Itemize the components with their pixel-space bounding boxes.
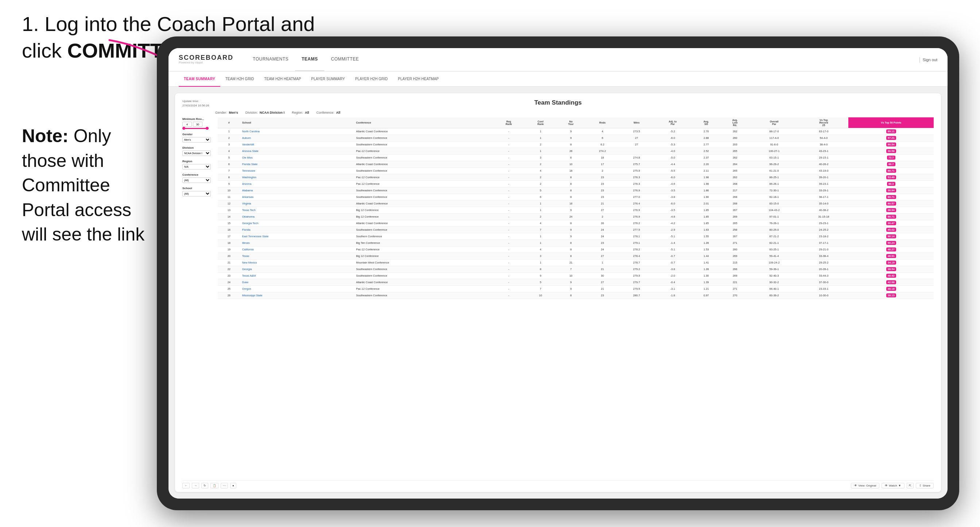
cell-school: Florida State	[240, 161, 355, 168]
nav-item-tournaments[interactable]: TOURNAMENTS	[246, 48, 295, 71]
cell-no-tour: 8	[557, 187, 585, 194]
nav-item-teams[interactable]: TEAMS	[295, 48, 325, 71]
cell-rank: 21	[218, 259, 240, 266]
cell-reg-rank: -	[493, 207, 525, 214]
watch-icon: 👁	[885, 484, 888, 487]
cell-wins: 277.5	[619, 227, 653, 233]
cell-wins: 278.7	[619, 259, 653, 266]
cell-school: Vanderbilt	[240, 141, 355, 148]
cell-conf-rank: 9	[525, 273, 556, 279]
table-row: 1 North Carolina Atlantic Coast Conferen…	[218, 128, 934, 135]
cell-conference: Pac-12 Conference	[354, 286, 493, 292]
cell-rank: 22	[218, 266, 240, 273]
cell-conf-rank: 3	[525, 253, 556, 259]
min-input[interactable]	[182, 122, 192, 127]
cell-conference: Atlantic Coast Conference	[354, 279, 493, 286]
cell-overall: 117-4-0	[749, 135, 799, 141]
toolbar-undo[interactable]: ←	[182, 483, 190, 488]
cell-low-rd: 203	[721, 141, 749, 148]
cell-low-rd: 267	[721, 233, 749, 240]
col-vs-top-25: Vs TopRecord25	[799, 117, 849, 128]
school-select[interactable]: (All)	[182, 191, 211, 197]
cell-adj-score: -0.4	[654, 279, 692, 286]
toolbar-share-btn[interactable]: ⇧ Share	[916, 483, 934, 488]
cell-vs-top-25: 29-23-1	[799, 220, 849, 227]
cell-conf-rank: 1	[525, 200, 556, 207]
sub-nav-item-team-summary[interactable]: TEAM SUMMARY	[179, 71, 220, 87]
toolbar-copy[interactable]: 📋	[210, 483, 218, 488]
cell-vs-top-25: 29-15-1	[799, 154, 849, 161]
cell-wins: 276.9	[619, 207, 653, 214]
page-container: 1. Log into the Coach Portal and click C…	[0, 0, 980, 527]
cell-vs-top-50: 90.24	[848, 240, 934, 246]
cell-reg-rank: -	[493, 168, 525, 174]
cell-low-rd: 269	[721, 253, 749, 259]
toolbar-watch-btn[interactable]: 👁 Watch ▼	[881, 483, 904, 488]
watch-chevron: ▼	[898, 484, 901, 487]
cell-adj-score: -4.0	[654, 148, 692, 154]
sub-nav-item-player-h2h-heatmap[interactable]: PLAYER H2H HEATMAP	[393, 71, 444, 87]
logo-powered: Powered by clippd	[179, 61, 234, 65]
table-row: 8 Washington Pac-12 Conference - 2 8 23 …	[218, 174, 934, 181]
table-row: 6 Florida State Atlantic Coast Conferenc…	[218, 161, 934, 168]
logo-area: SCOREBOARD Powered by clippd	[179, 54, 234, 65]
cell-avg-sg: 2.88	[692, 135, 721, 141]
col-wins: Wins	[619, 117, 653, 128]
cell-overall: 86-25-1	[749, 174, 799, 181]
conference-select[interactable]: (All)	[182, 178, 211, 183]
school-sidebar-label: School	[182, 187, 213, 190]
cell-conference: Southeastern Conference	[354, 154, 493, 161]
cell-vs-top-25: 37-17-1	[799, 240, 849, 246]
cell-no-tour: 7	[557, 266, 585, 273]
sub-nav-item-player-summary[interactable]: PLAYER SUMMARY	[306, 71, 350, 87]
cell-wins: 279.5	[619, 286, 653, 292]
cell-vs-top-25: 33-44-3	[799, 273, 849, 279]
sub-nav-item-team-h2h-heatmap[interactable]: TEAM H2H HEATMAP	[259, 71, 306, 87]
toolbar-expand[interactable]: ⇱	[907, 483, 914, 488]
cell-reg-rank: -	[493, 259, 525, 266]
cell-vs-top-50: 48.18	[848, 286, 934, 292]
sub-nav-item-player-h2h-grid[interactable]: PLAYER H2H GRID	[350, 71, 393, 87]
standings-table: # School Conference RegRank ConfRank NoT…	[218, 117, 934, 299]
toolbar-refresh[interactable]: ↻	[201, 483, 208, 488]
cell-low-rd: 268	[721, 200, 749, 207]
cell-conference: Southeastern Conference	[354, 135, 493, 141]
nav-item-committee[interactable]: COMMITTEE	[324, 48, 366, 71]
cell-conf-rank: 2	[525, 181, 556, 187]
cell-low-rd: 268	[721, 181, 749, 187]
cell-conference: Atlantic Coast Conference	[354, 220, 493, 227]
cell-school: Ole Miss	[240, 154, 355, 161]
cell-rank: 14	[218, 214, 240, 220]
cell-vs-top-25: 43-19-0	[799, 168, 849, 174]
cell-school: Washington	[240, 174, 355, 181]
cell-vs-top-25: 23-33-1	[799, 286, 849, 292]
toolbar-view-btn[interactable]: 👁 View: Original	[851, 483, 879, 488]
cell-conf-rank: 8	[525, 266, 556, 273]
max-input[interactable]	[193, 122, 202, 127]
toolbar-more[interactable]: ⋯	[221, 483, 228, 488]
gender-value: Men's	[229, 111, 238, 114]
division-select[interactable]: NCAA Division I	[182, 151, 211, 156]
gender-select[interactable]: Men's	[182, 137, 211, 143]
toolbar-clock[interactable]: ●	[230, 483, 236, 488]
cell-school: New Mexico	[240, 259, 355, 266]
share-label: Share	[923, 484, 931, 487]
cell-no-tour: 26	[557, 148, 585, 154]
conference-sidebar-label: Conference	[182, 173, 213, 176]
cell-adj-score: -0.7	[654, 259, 692, 266]
cell-vs-top-25: 38-17-1	[799, 194, 849, 200]
cell-conf-rank: 5	[525, 279, 556, 286]
cell-reg-rank: -	[493, 174, 525, 181]
cell-no-tour: 16	[557, 200, 585, 207]
cell-conference: Southeastern Conference	[354, 227, 493, 233]
division-section: Division NCAA Division I	[182, 146, 213, 156]
cell-adj-score: -1.4	[654, 240, 692, 246]
region-select[interactable]: N/A	[182, 164, 211, 170]
cell-rank: 17	[218, 233, 240, 240]
cell-low-rd: 270	[721, 292, 749, 299]
cell-rank: 26	[218, 292, 240, 299]
toolbar-redo[interactable]: →	[192, 483, 199, 488]
sub-nav-item-team-h2h-grid[interactable]: TEAM H2H GRID	[220, 71, 259, 87]
sign-out-link[interactable]: Sign out	[923, 57, 937, 62]
cell-reg-rank: -	[493, 233, 525, 240]
